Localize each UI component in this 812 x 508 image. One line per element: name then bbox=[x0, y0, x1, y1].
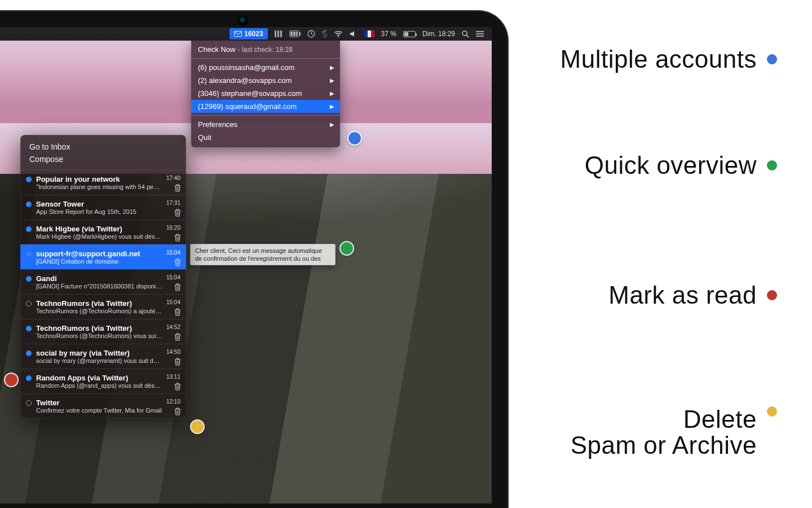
trash-icon[interactable] bbox=[174, 209, 181, 218]
unread-dot bbox=[26, 301, 32, 306]
quit-item[interactable]: Quit bbox=[191, 131, 340, 144]
callout-dot-overview bbox=[341, 242, 353, 255]
mail-count: 16023 bbox=[244, 30, 263, 38]
trash-icon[interactable] bbox=[174, 383, 181, 392]
message-subject: Mark Higbee (@MarkHigbee) vous suit déso… bbox=[36, 233, 162, 240]
chevron-right-icon: ▶ bbox=[330, 90, 334, 97]
notification-center-icon[interactable] bbox=[476, 31, 484, 37]
message-row[interactable]: Popular in your network"Indonesian plane… bbox=[20, 170, 186, 195]
trash-icon[interactable] bbox=[174, 234, 181, 243]
preferences-item[interactable]: Preferences ▶ bbox=[191, 118, 340, 131]
quit-label: Quit bbox=[198, 133, 211, 142]
svg-rect-8 bbox=[299, 32, 301, 36]
message-sender: Gandi bbox=[36, 274, 162, 283]
svg-rect-0 bbox=[235, 32, 242, 37]
message-subject: social by mary (@marymiriamt) vous suit … bbox=[36, 357, 162, 364]
battery-alt-icon[interactable] bbox=[289, 30, 301, 37]
unread-dot bbox=[26, 226, 32, 232]
wifi-icon[interactable] bbox=[334, 30, 343, 37]
caption-multi: Multiple accounts bbox=[561, 46, 777, 72]
message-row[interactable]: TechnoRumors (via Twitter)TechnoRumors (… bbox=[20, 319, 186, 344]
message-preview-tooltip: Cher client, Ceci est un message automat… bbox=[190, 244, 336, 265]
clock[interactable]: Dim. 18:29 bbox=[422, 30, 455, 38]
flag-icon[interactable] bbox=[364, 30, 374, 37]
menubar-extra-icon[interactable] bbox=[275, 30, 283, 37]
go-to-inbox[interactable]: Go to Inbox bbox=[29, 141, 177, 153]
unread-dot bbox=[26, 251, 32, 257]
message-subject: TechnoRumors (@TechnoRumors) vous suit d… bbox=[36, 332, 162, 339]
caption-line1: Delete bbox=[683, 405, 757, 433]
message-row[interactable]: Gandi[GANDI] Facture n°2015081600381 dis… bbox=[20, 269, 186, 294]
message-time: 15:04 bbox=[166, 249, 180, 256]
caption-text: Quick overview bbox=[585, 152, 757, 178]
svg-rect-6 bbox=[293, 32, 295, 36]
timemachine-icon[interactable] bbox=[307, 30, 315, 38]
caption-bullet bbox=[767, 54, 777, 64]
battery-icon[interactable] bbox=[403, 31, 416, 37]
message-row[interactable]: social by mary (via Twitter)social by ma… bbox=[20, 344, 186, 369]
caption-text: Delete Spam or Archive bbox=[571, 406, 757, 458]
message-row[interactable]: Random Apps (via Twitter)Random Apps (@r… bbox=[20, 369, 186, 393]
chevron-right-icon: ▶ bbox=[330, 64, 334, 71]
unread-dot bbox=[26, 351, 32, 356]
svg-rect-1 bbox=[275, 30, 276, 37]
message-time: 12:10 bbox=[166, 398, 180, 405]
volume-icon[interactable] bbox=[350, 30, 358, 37]
message-row[interactable]: Mark Higbee (via Twitter)Mark Higbee (@M… bbox=[20, 220, 186, 244]
callout-dot-accounts bbox=[348, 132, 361, 144]
message-time: 17:40 bbox=[166, 175, 180, 181]
chevron-right-icon: ▶ bbox=[330, 77, 334, 84]
trash-icon[interactable] bbox=[174, 184, 181, 194]
trash-icon[interactable] bbox=[174, 259, 181, 268]
bluetooth-icon[interactable] bbox=[322, 30, 327, 38]
caption-delete: Delete Spam or Archive bbox=[571, 406, 777, 458]
trash-icon[interactable] bbox=[174, 283, 181, 293]
caption-line2: Spam or Archive bbox=[571, 431, 757, 459]
message-subject: [GANDI] Création de domaine bbox=[36, 258, 162, 265]
device-frame: 16023 37 % Dim. 18:29 bbox=[0, 11, 508, 508]
account-item[interactable]: (3046) stephane@sovapps.com▶ bbox=[191, 87, 340, 100]
callout-dot-delete bbox=[191, 421, 204, 433]
caption-quick: Quick overview bbox=[585, 152, 777, 178]
compose[interactable]: Compose bbox=[29, 153, 177, 165]
account-item[interactable]: (6) poussinsasha@gmail.com▶ bbox=[191, 61, 340, 74]
account-item[interactable]: (12969) squeraud@gmail.com▶ bbox=[191, 100, 340, 113]
message-row[interactable]: support-fr@support.gandi.net[GANDI] Créa… bbox=[20, 244, 186, 269]
mail-count-badge[interactable]: 16023 bbox=[230, 28, 267, 40]
mail-icon bbox=[234, 31, 242, 37]
screen: 16023 37 % Dim. 18:29 bbox=[0, 27, 492, 503]
message-row[interactable]: TwitterConfirmez votre compte Twitter, M… bbox=[20, 393, 186, 418]
message-time: 14:50 bbox=[166, 349, 180, 355]
message-time: 13:11 bbox=[166, 374, 180, 380]
account-menu: Check Now - last check: 18:28 (6) poussi… bbox=[191, 41, 340, 147]
message-row[interactable]: Sensor TowerApp Store Report for Aug 15t… bbox=[20, 195, 186, 220]
caption-bullet bbox=[767, 406, 777, 417]
menu-separator bbox=[191, 115, 340, 116]
trash-icon[interactable] bbox=[174, 408, 181, 417]
message-time: 14:52 bbox=[166, 324, 180, 330]
trash-icon[interactable] bbox=[174, 308, 181, 318]
account-label: (2) alexandra@sovapps.com bbox=[198, 76, 292, 85]
caption-text: Multiple accounts bbox=[561, 46, 757, 72]
svg-rect-7 bbox=[296, 32, 298, 36]
message-subject: "Indonesian plane goes missing with 54 p… bbox=[36, 183, 162, 190]
unread-dot bbox=[26, 202, 32, 207]
unread-dot bbox=[26, 276, 32, 282]
check-now[interactable]: Check Now - last check: 18:28 bbox=[191, 43, 340, 56]
spotlight-icon[interactable] bbox=[462, 30, 469, 38]
captions-pane: Multiple accounts Quick overview Mark as… bbox=[530, 0, 812, 508]
message-time: 15:04 bbox=[166, 299, 180, 305]
account-item[interactable]: (2) alexandra@sovapps.com▶ bbox=[191, 74, 340, 87]
message-time: 17:31 bbox=[166, 200, 180, 206]
message-row[interactable]: TechnoRumors (via Twitter)TechnoRumors (… bbox=[20, 294, 186, 319]
trash-icon[interactable] bbox=[174, 333, 181, 343]
unread-dot bbox=[26, 400, 32, 406]
message-sender: social by mary (via Twitter) bbox=[36, 349, 162, 357]
account-label: (12969) squeraud@gmail.com bbox=[198, 102, 297, 111]
trash-icon[interactable] bbox=[174, 358, 181, 367]
svg-rect-5 bbox=[290, 32, 293, 36]
unread-dot bbox=[26, 326, 32, 331]
message-sender: Random Apps (via Twitter) bbox=[36, 374, 162, 382]
menu-separator bbox=[191, 58, 340, 59]
battery-percent: 37 % bbox=[381, 30, 396, 38]
